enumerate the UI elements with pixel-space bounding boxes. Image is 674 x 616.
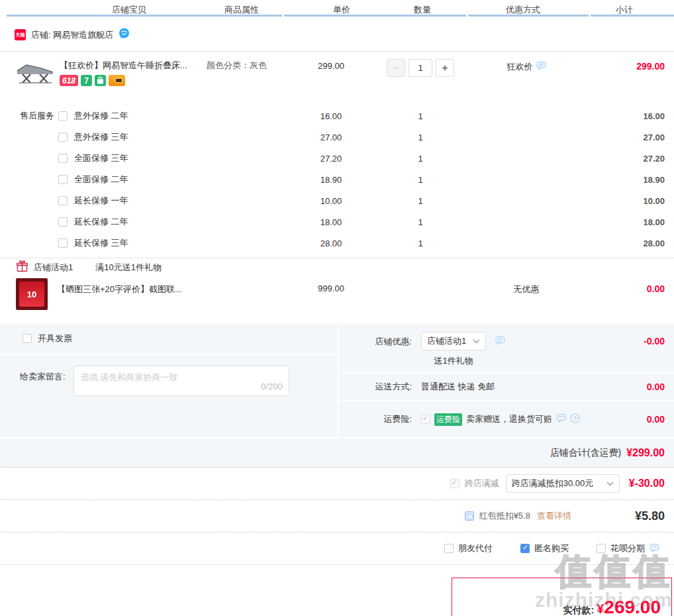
service-row: 延长保修 一年 10.00 1 10.00: [0, 190, 674, 211]
charity-bag-icon: [95, 75, 106, 86]
service-row: 延长保修 二年 18.00 1 18.00: [0, 211, 674, 232]
red-packet-details-link[interactable]: 查看详情: [537, 510, 571, 522]
payment-summary-box: 实付款: ¥ 269.00: [452, 578, 672, 616]
service-row: 全面保修 二年 18.90 1 18.90: [0, 169, 674, 190]
pay-options-row: 朋友代付 匿名购买 花呗分期: [0, 533, 674, 565]
store-row: 天猫 店铺: 网易智造旗舰店: [0, 19, 674, 52]
invoice-label: 开具发票: [38, 333, 72, 344]
discount-chat-bubble-icon[interactable]: [495, 332, 505, 348]
red-packet-row: 红包抵扣¥5.8 查看详情 ¥5.80: [0, 500, 674, 533]
service-unit-price: 18.90: [291, 175, 371, 185]
service-checkbox[interactable]: [58, 154, 68, 163]
activity-desc: 满10元送1件礼物: [95, 262, 162, 274]
gift-note: 送1件礼物: [421, 355, 486, 367]
cross-store-checkbox[interactable]: [450, 479, 459, 488]
service-subtotal: 27.00: [583, 132, 674, 142]
service-row: 售后服务 意外保修 二年 16.00 1 16.00: [0, 105, 674, 127]
header-underline: [591, 15, 674, 17]
chevron-down-icon: [473, 339, 480, 344]
tmall-icon: 天猫: [15, 29, 26, 40]
header-underline: [7, 15, 282, 17]
promo-chat-bubble-icon[interactable]: [536, 61, 546, 72]
badge-618: 618: [60, 75, 78, 86]
service-unit-price: 27.20: [291, 154, 371, 164]
service-unit-price: 27.00: [291, 132, 371, 142]
service-checkbox[interactable]: [58, 175, 68, 184]
service-subtotal: 16.00: [583, 111, 674, 121]
svg-text:?: ?: [573, 415, 577, 421]
gift-subtotal: 0.00: [583, 277, 674, 322]
huabei-label: 花呗分期: [610, 542, 645, 554]
service-name: 全面保修 三年: [74, 152, 128, 164]
badge-7: 7: [81, 75, 92, 86]
service-qty: 1: [371, 238, 470, 248]
shipping-label: 运送方式:: [359, 381, 412, 393]
product-title[interactable]: 【狂欢价】网易智造午睡折叠床...: [60, 60, 207, 72]
qty-minus-button[interactable]: −: [387, 59, 405, 77]
gift-promo-type: 无优惠: [514, 283, 540, 295]
red-packet-amount: ¥5.80: [635, 509, 665, 523]
service-checkbox[interactable]: [58, 238, 68, 248]
qty-input[interactable]: [409, 59, 432, 77]
gift-product-title[interactable]: 【晒图三张+20字评价】截图联...: [57, 278, 182, 322]
cross-store-select[interactable]: 跨店满减抵扣30.00元: [506, 474, 620, 493]
shipping-method: 普通配送 快递 免邮: [421, 381, 495, 393]
red-packet-thumbnail[interactable]: 10: [16, 278, 48, 310]
product-row-1: 【狂欢价】网易智造午睡折叠床... 颜色分类： 灰色 618 7 299.00 …: [0, 52, 674, 101]
service-subtotal: 18.00: [583, 217, 674, 227]
invoice-checkbox[interactable]: [23, 334, 32, 343]
service-unit-price: 18.00: [291, 217, 371, 227]
service-qty: 1: [371, 196, 470, 206]
seller-message-row: 给卖家留言: 0/200: [0, 355, 338, 437]
freight-desc: 卖家赠送，退换货可赔: [466, 413, 552, 425]
shop-activity-row: 店铺活动1 满10元送1件礼物: [0, 258, 674, 277]
friend-pay-label: 朋友代付: [458, 542, 493, 554]
product-promo-type: 狂欢价: [507, 61, 533, 73]
product-subtotal: 299.00: [583, 52, 674, 101]
service-name: 全面保修 二年: [74, 174, 128, 185]
freight-insurance-row: 运费险: 运费险 卖家赠送，退换货可赔 ? 0.00: [339, 401, 674, 437]
anonymous-checkbox[interactable]: [520, 544, 530, 553]
freight-help-icon[interactable]: ?: [570, 413, 580, 426]
payment-amount: 269.00: [604, 597, 661, 616]
after-sale-services: 售后服务 意外保修 二年 16.00 1 16.00 意外保修 三年 27.00…: [0, 101, 674, 258]
service-qty: 1: [371, 217, 470, 227]
shop-discount-label: 店铺优惠:: [359, 332, 412, 348]
store-name[interactable]: 店铺: 网易智造旗舰店: [31, 29, 113, 41]
wangwang-chat-icon[interactable]: [119, 28, 130, 42]
service-checkbox[interactable]: [58, 132, 68, 142]
payment-label: 实付款:: [563, 605, 595, 616]
freight-checkbox[interactable]: [421, 415, 430, 424]
order-confirm-page: 店铺宝贝 商品属性 单价 数量 优惠方式 小计 天猫 店铺: 网易智造旗舰店 【…: [0, 0, 674, 616]
gift-icon: [16, 260, 28, 276]
red-packet-label: 红包抵扣¥5.8: [479, 510, 530, 522]
freight-chat-bubble-icon[interactable]: [556, 413, 566, 425]
service-checkbox[interactable]: [58, 217, 68, 227]
product-attr-value: 灰色: [250, 60, 267, 72]
shipping-amount: 0.00: [647, 382, 665, 392]
shipping-row: 运送方式: 普通配送 快递 免邮 0.00: [339, 374, 674, 400]
service-subtotal: 18.90: [583, 175, 674, 185]
service-subtotal: 28.00: [583, 238, 674, 248]
seller-message-input[interactable]: [73, 366, 289, 396]
product-thumbnail-bed[interactable]: [15, 56, 56, 101]
service-checkbox[interactable]: [58, 111, 68, 121]
service-row: 意外保修 三年 27.00 1 27.00: [0, 127, 674, 148]
seller-message-label: 给卖家留言:: [20, 366, 66, 437]
anonymous-label: 匿名购买: [534, 542, 569, 554]
service-subtotal: 27.20: [583, 154, 674, 164]
shop-total-amount: ¥299.00: [626, 447, 665, 459]
chevron-down-icon: [606, 482, 614, 486]
product-attr-label: 颜色分类：: [207, 60, 250, 72]
friend-pay-checkbox[interactable]: [444, 544, 454, 553]
qty-plus-button[interactable]: +: [436, 59, 454, 77]
huabei-chat-bubble-icon[interactable]: [650, 543, 659, 554]
shop-discount-amount: -0.00: [644, 332, 665, 346]
service-subtotal: 10.00: [583, 196, 674, 206]
huabei-checkbox[interactable]: [597, 544, 606, 553]
service-checkbox[interactable]: [58, 196, 68, 205]
red-packet-checkbox[interactable]: [465, 511, 474, 521]
shop-discount-select[interactable]: 店铺活动1: [421, 332, 486, 350]
product-unit-price: 299.00: [291, 52, 371, 101]
order-options-panel: 开具发票 给卖家留言: 0/200 店铺优惠: 店铺活动1 送1件礼物: [0, 323, 674, 437]
